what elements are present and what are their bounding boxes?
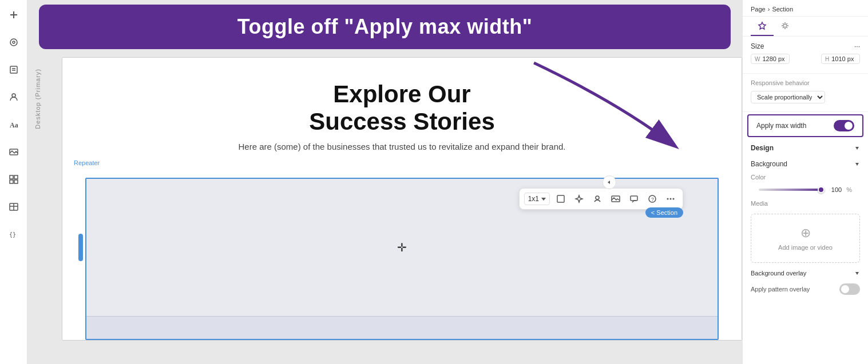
- toolbar-help-icon[interactable]: ?: [645, 191, 660, 206]
- media-label: Media: [751, 200, 860, 207]
- floating-toolbar: 1x1: [519, 188, 683, 210]
- toolbar-fill-icon[interactable]: [590, 191, 605, 206]
- text-icon[interactable]: Aa: [6, 117, 22, 133]
- image-icon[interactable]: [6, 144, 22, 160]
- svg-marker-32: [855, 272, 859, 275]
- svg-point-2: [10, 39, 17, 46]
- percent-label: %: [846, 186, 852, 193]
- color-row: 100 %: [751, 184, 860, 195]
- svg-rect-11: [14, 175, 18, 179]
- breadcrumb-parent: Page: [751, 6, 766, 13]
- svg-rect-20: [557, 195, 564, 202]
- apply-pattern-overlay-row: Apply pattern overlay: [743, 280, 868, 298]
- svg-rect-13: [14, 180, 18, 183]
- color-section: Color 100 %: [743, 171, 868, 197]
- size-row: W 1280 px H 1010 px: [751, 54, 860, 64]
- background-overlay-label: Background overlay: [751, 270, 806, 277]
- add-media-label: Add image or video: [763, 244, 848, 251]
- panel-breadcrumb: Page › Section: [743, 0, 868, 17]
- repeater-label: Repeater: [74, 159, 100, 166]
- svg-point-26: [667, 198, 669, 199]
- svg-point-3: [13, 41, 15, 43]
- grid-icon[interactable]: [6, 171, 22, 187]
- toolbar-image-icon[interactable]: [608, 191, 623, 206]
- svg-text:?: ?: [651, 197, 654, 202]
- design-chevron-icon: [854, 145, 860, 151]
- apply-pattern-overlay-toggle[interactable]: [839, 283, 860, 295]
- media-section-header: Media: [743, 197, 868, 210]
- pages-icon[interactable]: [6, 62, 22, 78]
- toolbar-chat-icon[interactable]: [627, 191, 641, 206]
- background-chevron-icon: [854, 161, 860, 167]
- size-section-header: Size ···: [751, 42, 860, 50]
- toolbar-more-icon[interactable]: [663, 191, 678, 206]
- annotation-box: Toggle off "Apply max width": [39, 5, 731, 49]
- background-label: Background: [751, 160, 787, 168]
- page-content: Explore Our Success Stories Here are (so…: [62, 57, 742, 341]
- apply-max-width-row[interactable]: Apply max width: [747, 114, 863, 137]
- left-sidebar: Aa {}: [0, 0, 27, 364]
- svg-text:{}: {}: [9, 231, 16, 238]
- svg-marker-30: [855, 147, 859, 150]
- svg-rect-10: [10, 175, 13, 179]
- people-icon[interactable]: [6, 89, 22, 105]
- canvas-area: Toggle off "Apply max width" Desktop (Pr…: [27, 0, 742, 364]
- code-icon[interactable]: {}: [6, 226, 22, 242]
- background-overlay-chevron-icon: [854, 270, 860, 276]
- background-overlay-header[interactable]: Background overlay: [743, 266, 868, 280]
- page-subtext: Here are (some) of the businesses that t…: [74, 142, 730, 151]
- page-header: Explore Our Success Stories Here are (so…: [62, 58, 742, 163]
- apply-max-width-toggle[interactable]: [834, 120, 854, 131]
- add-circle-icon: ⊕: [763, 226, 848, 241]
- section-chip[interactable]: < Section: [645, 207, 683, 218]
- responsive-select[interactable]: Scale proportionally: [751, 91, 825, 103]
- panel-tabs: [743, 17, 868, 37]
- svg-text:Aa: Aa: [10, 121, 18, 129]
- opacity-slider-thumb[interactable]: [818, 186, 825, 193]
- repeater-inner: ✛ 1x1: [86, 179, 718, 316]
- panel-collapse-button[interactable]: [603, 175, 616, 189]
- tab-style[interactable]: [751, 17, 774, 36]
- opacity-slider[interactable]: [759, 189, 825, 191]
- tab-interactions[interactable]: [774, 17, 796, 36]
- design-label: Design: [751, 144, 774, 152]
- move-cursor-icon: ✛: [397, 241, 407, 254]
- add-media-button[interactable]: ⊕ Add image or video: [751, 214, 860, 263]
- annotation-title: Toggle off "Apply max width": [57, 15, 712, 39]
- apply-pattern-overlay-label: Apply pattern overlay: [751, 286, 810, 293]
- size-section: Size ··· W 1280 px H 1010 px: [743, 37, 868, 74]
- right-panel: Page › Section Size ··· W 1280 px: [742, 0, 868, 364]
- table-icon[interactable]: [6, 199, 22, 215]
- apply-max-width-label: Apply max width: [756, 122, 806, 130]
- responsive-section: Responsive behavior Scale proportionally: [743, 74, 868, 112]
- svg-point-27: [670, 198, 672, 199]
- height-input[interactable]: H 1010 px: [821, 54, 860, 64]
- svg-rect-23: [631, 196, 637, 201]
- svg-rect-12: [10, 180, 13, 183]
- breadcrumb-current: Section: [772, 6, 793, 13]
- responsive-label: Responsive behavior: [751, 79, 860, 86]
- svg-point-28: [673, 198, 675, 199]
- width-input[interactable]: W 1280 px: [751, 54, 790, 64]
- color-label: Color: [751, 174, 860, 181]
- canvas-label: Desktop (Primary): [34, 69, 41, 129]
- design-section-header[interactable]: Design: [743, 139, 868, 157]
- svg-marker-19: [541, 198, 546, 201]
- svg-rect-4: [10, 66, 17, 73]
- svg-marker-31: [855, 163, 859, 166]
- svg-point-21: [596, 196, 599, 199]
- repeater-section[interactable]: ✛ 1x1: [85, 178, 719, 340]
- svg-point-7: [12, 94, 15, 97]
- size-label: Size: [751, 42, 764, 50]
- collapse-handle[interactable]: [78, 234, 83, 261]
- background-section-header[interactable]: Background: [743, 157, 868, 171]
- add-icon[interactable]: [6, 7, 22, 23]
- toolbar-size-select[interactable]: 1x1: [524, 193, 550, 205]
- toolbar-sparkle-icon[interactable]: [572, 191, 586, 206]
- layers-icon[interactable]: [6, 34, 22, 50]
- opacity-value: 100: [831, 186, 842, 193]
- svg-marker-29: [608, 181, 610, 184]
- toolbar-frame-icon[interactable]: [553, 191, 568, 206]
- page-heading: Explore Our Success Stories: [74, 81, 730, 136]
- responsive-dropdown-row: Scale proportionally: [751, 89, 860, 106]
